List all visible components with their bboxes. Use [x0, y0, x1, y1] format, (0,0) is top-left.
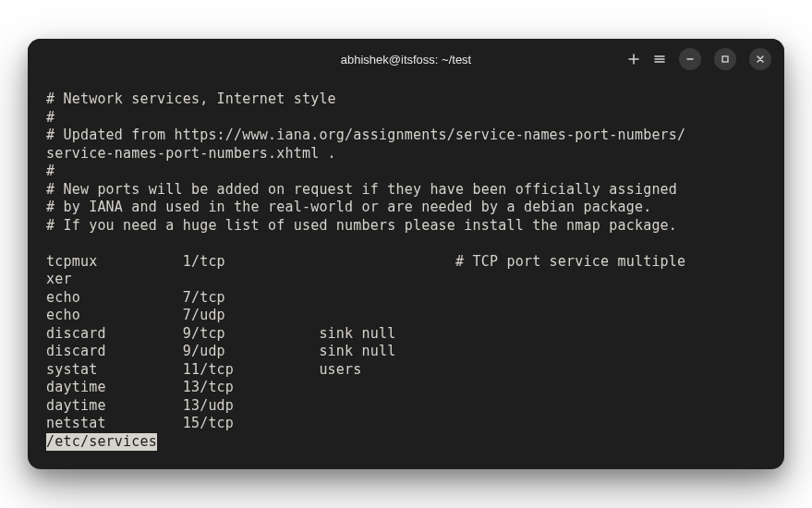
terminal-window: abhishek@itsfoss: ~/test # Network servi…	[28, 39, 784, 469]
new-tab-icon[interactable]	[627, 53, 640, 66]
terminal-line: # Updated from https://www.iana.org/assi…	[46, 127, 685, 143]
pager-status: /etc/services	[46, 433, 157, 452]
window-controls	[471, 48, 771, 70]
terminal-line: echo 7/tcp	[46, 289, 225, 306]
titlebar: abhishek@itsfoss: ~/test	[28, 39, 784, 79]
terminal-line: # by IANA and used in the real-world or …	[46, 199, 651, 215]
terminal-line: # New ports will be added on request if …	[46, 181, 677, 198]
terminal-line: # Network services, Internet style	[46, 91, 336, 107]
maximize-button[interactable]	[714, 48, 736, 70]
terminal-line: tcpmux 1/tcp # TCP port service multiple	[46, 253, 685, 270]
terminal-body[interactable]: # Network services, Internet style # # U…	[28, 79, 784, 469]
terminal-line: echo 7/udp	[46, 307, 225, 323]
minimize-button[interactable]	[679, 48, 701, 70]
terminal-line: netstat 15/tcp	[46, 415, 234, 431]
terminal-line: # If you need a huge list of used number…	[46, 217, 677, 234]
terminal-line: discard 9/udp sink null	[46, 343, 395, 359]
terminal-line: xer	[46, 271, 72, 287]
terminal-line: systat 11/tcp users	[46, 361, 362, 378]
terminal-line: daytime 13/tcp	[46, 379, 234, 395]
menu-icon[interactable]	[653, 53, 666, 66]
terminal-line: daytime 13/udp	[46, 397, 234, 414]
close-button[interactable]	[749, 48, 771, 70]
window-title: abhishek@itsfoss: ~/test	[341, 53, 471, 67]
svg-rect-0	[722, 56, 728, 62]
terminal-line: #	[46, 109, 55, 126]
terminal-line: service-names-port-numbers.xhtml .	[46, 145, 336, 162]
terminal-line: #	[46, 163, 55, 179]
terminal-line: discard 9/tcp sink null	[46, 325, 395, 342]
